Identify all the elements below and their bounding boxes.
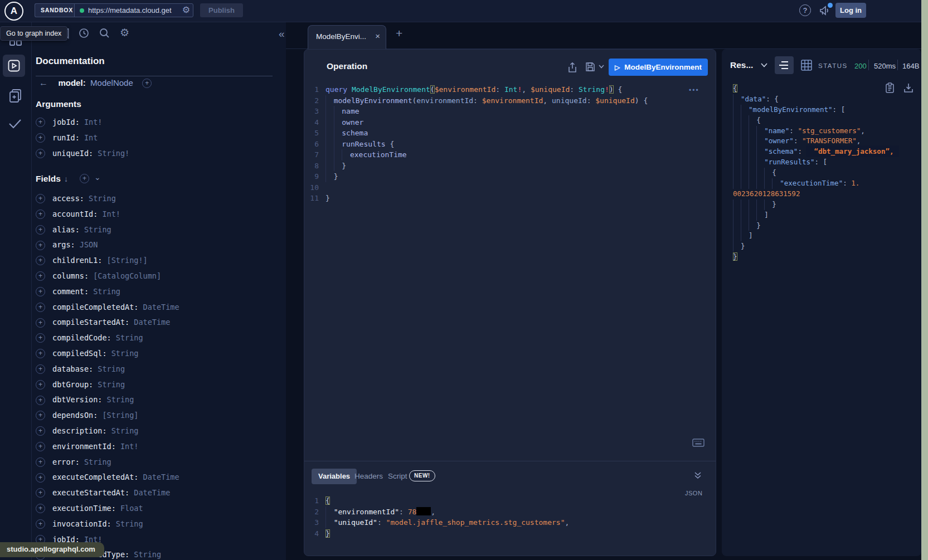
tab-script[interactable]: Script (388, 472, 407, 480)
field-type[interactable]: DateTime (143, 473, 179, 481)
add-all-fields-icon[interactable]: + (80, 174, 89, 183)
operation-collections-icon[interactable] (8, 88, 23, 104)
explorer-nav-item-selected[interactable] (3, 55, 25, 77)
field-type[interactable]: String (116, 333, 143, 342)
add-field-icon[interactable]: + (36, 426, 45, 436)
add-field-icon[interactable]: + (36, 256, 45, 265)
argument-name[interactable]: runId (52, 133, 84, 142)
field-name[interactable]: invocationId (52, 519, 116, 528)
field-type[interactable]: String (116, 519, 143, 528)
help-icon[interactable]: ? (799, 4, 811, 16)
field-type[interactable]: String (93, 287, 120, 296)
field-name[interactable]: dependsOn (52, 411, 102, 420)
field-type[interactable]: String (84, 225, 111, 234)
run-operation-button[interactable]: ▷ModelByEnvironment (609, 59, 708, 76)
field-name[interactable]: alias (52, 225, 84, 234)
field-type[interactable]: String (89, 194, 116, 203)
endpoint-url-value[interactable]: https://metadata.cloud.get (88, 6, 178, 14)
response-body[interactable]: {"data": {"modelByEnvironment": [{"name"… (733, 84, 917, 262)
add-field-icon[interactable]: + (36, 287, 45, 296)
share-operation-icon[interactable] (567, 62, 577, 73)
field-name[interactable]: executionTime (52, 504, 120, 513)
add-field-icon[interactable]: + (36, 349, 45, 358)
field-type[interactable]: String (111, 349, 139, 358)
add-argument-icon[interactable]: + (36, 118, 45, 127)
field-type[interactable]: Int! (120, 442, 139, 451)
field-type[interactable]: [CatalogColumn] (93, 271, 161, 280)
tab-headers[interactable]: Headers (354, 472, 383, 480)
field-name[interactable]: access (52, 194, 89, 203)
field-name[interactable]: error (52, 457, 84, 466)
close-tab-icon[interactable]: × (375, 31, 380, 41)
field-name[interactable]: columns (52, 271, 93, 280)
add-field-icon[interactable]: + (36, 396, 45, 405)
add-type-to-query-icon[interactable]: + (142, 79, 152, 88)
field-type[interactable]: JSON (80, 240, 98, 249)
field-name[interactable]: compileStartedAt (52, 318, 134, 327)
add-field-icon[interactable]: + (36, 194, 45, 203)
field-type[interactable]: String (134, 550, 161, 559)
endpoint-url-input[interactable]: https://metadata.cloud.get ⚙ (74, 3, 193, 17)
field-name[interactable]: compileCompletedAt (52, 303, 143, 311)
breadcrumb-type-link[interactable]: ModelNode (90, 78, 133, 87)
add-field-icon[interactable]: + (36, 364, 45, 374)
argument-type[interactable]: Int (84, 133, 98, 142)
add-argument-icon[interactable]: + (36, 149, 45, 158)
formatted-view-toggle[interactable] (775, 56, 794, 74)
operation-editor[interactable]: 1query ModelByEnvironment($environmentId… (304, 84, 706, 204)
back-arrow-icon[interactable]: ← (39, 78, 48, 87)
field-type[interactable]: Int! (102, 210, 120, 218)
add-field-icon[interactable]: + (36, 318, 45, 328)
response-dropdown-chevron-icon[interactable] (761, 63, 767, 67)
field-name[interactable]: executeStartedAt (52, 488, 134, 497)
add-field-icon[interactable]: + (36, 488, 45, 498)
add-field-icon[interactable]: + (36, 333, 45, 343)
field-name[interactable]: environmentId (52, 442, 120, 451)
add-field-icon[interactable]: + (36, 210, 45, 219)
collapse-sidebar-icon[interactable]: « (279, 28, 285, 40)
add-field-icon[interactable]: + (36, 411, 45, 420)
add-field-icon[interactable]: + (36, 457, 45, 467)
field-name[interactable]: dbtVersion (52, 395, 107, 404)
sort-fields-icon[interactable]: ↓ (64, 174, 68, 183)
field-type[interactable]: String (98, 364, 125, 373)
apollo-logo-icon[interactable]: A (4, 2, 23, 21)
add-argument-icon[interactable]: + (36, 133, 45, 143)
save-options-chevron-icon[interactable] (599, 65, 604, 69)
add-field-icon[interactable]: + (36, 225, 45, 235)
field-type[interactable]: [String] (102, 411, 138, 420)
add-field-icon[interactable]: + (36, 380, 45, 389)
keyboard-shortcuts-icon[interactable] (692, 439, 704, 447)
field-name[interactable]: compiledCode (52, 333, 116, 342)
variables-editor[interactable]: 1{2"environmentId": 78,3"uniqueId": "mod… (304, 495, 706, 539)
field-name[interactable]: description (52, 426, 111, 435)
field-type[interactable]: DateTime (143, 303, 179, 311)
new-tab-icon[interactable]: + (396, 27, 402, 40)
field-type[interactable]: String (98, 380, 125, 389)
field-name[interactable]: compiledSql (52, 349, 111, 358)
field-type[interactable]: String (84, 457, 111, 466)
add-field-icon[interactable]: + (36, 303, 45, 312)
login-button[interactable]: Log in (835, 3, 866, 18)
add-field-icon[interactable]: + (36, 504, 45, 513)
collapse-variables-icon[interactable] (693, 471, 702, 480)
tab-variables[interactable]: Variables (312, 469, 357, 484)
save-operation-icon[interactable] (585, 62, 595, 72)
argument-type[interactable]: Int! (84, 118, 103, 126)
publish-button[interactable]: Publish (200, 3, 243, 17)
search-icon[interactable] (99, 28, 110, 38)
table-view-toggle-icon[interactable] (801, 60, 812, 71)
argument-name[interactable]: uniqueId (52, 149, 98, 158)
field-name[interactable]: args (52, 240, 80, 249)
field-name[interactable]: comment (52, 287, 93, 296)
field-type[interactable]: [String!] (107, 256, 148, 265)
field-type[interactable]: DateTime (134, 488, 170, 497)
field-name[interactable]: executeCompletedAt (52, 473, 143, 481)
field-name[interactable]: accountId (52, 210, 102, 218)
field-type[interactable]: String (111, 426, 139, 435)
settings-gear-icon[interactable]: ⚙ (120, 26, 129, 39)
add-field-icon[interactable]: + (36, 473, 45, 483)
announcements-icon[interactable] (818, 4, 833, 18)
argument-name[interactable]: jobId (52, 118, 84, 126)
field-name[interactable]: dbtGroup (52, 380, 98, 389)
